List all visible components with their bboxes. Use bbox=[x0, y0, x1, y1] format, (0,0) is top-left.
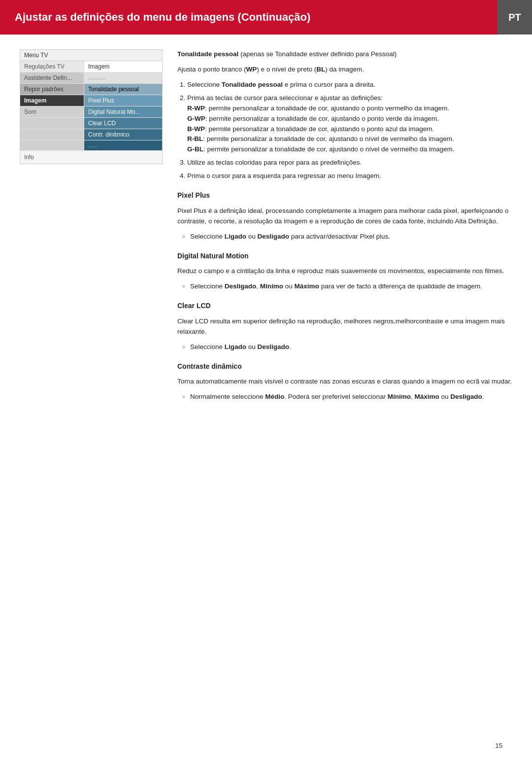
menu-left-empty1 bbox=[20, 118, 84, 129]
menu-right-dots2: ...... bbox=[84, 140, 162, 150]
menu-left-repor: Repor padrões bbox=[20, 84, 84, 95]
dnm-desc: Reduz o campo e a cintilação da linha e … bbox=[177, 266, 512, 277]
intro-rest: (apenas se Tonalidade estiver definido p… bbox=[240, 50, 397, 58]
menu-title: Menu TV bbox=[20, 50, 162, 61]
contrast-desc: Torna automaticamente mais visível o con… bbox=[177, 377, 512, 387]
tonalidade-pessoal-label: Tonalidade pessoal bbox=[177, 50, 238, 58]
clear-lcd-bullet: Seleccione Ligado ou Desligado. bbox=[182, 342, 512, 352]
pixel-plus-bullet: Seleccione Ligado ou Desligado para acti… bbox=[182, 232, 512, 242]
menu-row: Assistente Defin... ............ bbox=[20, 72, 162, 84]
step-1: Seleccione Tonalidade pessoal e prima o … bbox=[187, 80, 512, 90]
menu-info: Info bbox=[20, 151, 162, 164]
clear-lcd-bullets: Seleccione Ligado ou Desligado. bbox=[182, 342, 512, 352]
page-header: Ajustar as definições do menu de imagens… bbox=[0, 0, 532, 35]
menu-row: Clear LCD bbox=[20, 118, 162, 129]
contrast-bullet: Normalmente seleccione Médio. Poderá ser… bbox=[182, 392, 512, 402]
step-3: Utilize as teclas coloridas para repor p… bbox=[187, 158, 512, 168]
menu-right-tonalidade: Tonalidade pessoal bbox=[84, 84, 162, 95]
step-4: Prima o cursor para a esquerda para regr… bbox=[187, 171, 512, 181]
pixel-plus-desc: Pixel Plus é a definição ideal, processa… bbox=[177, 206, 512, 227]
menu-right-pixel-plus: Pixel Plus bbox=[84, 95, 162, 106]
menu-right-dots1: ............ bbox=[84, 72, 162, 83]
page-number: 15 bbox=[496, 742, 502, 749]
menu-right-clear-lcd: Clear LCD bbox=[84, 118, 162, 129]
content-panel: Tonalidade pessoal (apenas se Tonalidade… bbox=[177, 49, 512, 407]
menu-row: Repor padrões Tonalidade pessoal bbox=[20, 84, 162, 95]
main-content: Menu TV Regulações TV Imagem Assistente … bbox=[0, 49, 532, 407]
intro-desc: Ajusta o ponto branco (WP) e o nível de … bbox=[177, 65, 512, 75]
steps-list: Seleccione Tonalidade pessoal e prima o … bbox=[187, 80, 512, 181]
menu-panel: Menu TV Regulações TV Imagem Assistente … bbox=[20, 49, 163, 164]
menu-row: ...... bbox=[20, 140, 162, 151]
intro-paragraph: Tonalidade pessoal (apenas se Tonalidade… bbox=[177, 49, 512, 60]
menu-row: Imagem Pixel Plus bbox=[20, 95, 162, 106]
language-badge: PT bbox=[498, 0, 532, 35]
clear-lcd-title: Clear LCD bbox=[177, 301, 512, 312]
menu-right-contr-dinamico: Contr. dinâmico bbox=[84, 129, 162, 140]
contrast-title: Contraste dinâmico bbox=[177, 361, 512, 372]
menu-right-imagem: Imagem bbox=[84, 61, 162, 72]
step-2: Prima as teclas de cursor para seleccion… bbox=[187, 93, 512, 155]
menu-left-som: Som bbox=[20, 106, 84, 117]
menu-left-regulacoes: Regulações TV bbox=[20, 61, 84, 72]
header-title: Ajustar as definições do menu de imagens… bbox=[0, 0, 498, 35]
menu-right-dnm: Digital Natural Mo... bbox=[84, 106, 162, 117]
dnm-title: Digital Natural Motion bbox=[177, 251, 512, 262]
menu-row: Som Digital Natural Mo... bbox=[20, 106, 162, 118]
menu-left-imagem: Imagem bbox=[20, 95, 84, 106]
pixel-plus-bullets: Seleccione Ligado ou Desligado para acti… bbox=[182, 232, 512, 242]
menu-row: Regulações TV Imagem bbox=[20, 61, 162, 72]
clear-lcd-desc: Clear LCD resulta em superior definição … bbox=[177, 316, 512, 337]
menu-left-assistente: Assistente Defin... bbox=[20, 72, 84, 83]
pixel-plus-title: Pixel Plus bbox=[177, 190, 512, 201]
menu-left-empty2 bbox=[20, 129, 84, 140]
dnm-bullet: Seleccione Desligado, Mínimo ou Máximo p… bbox=[182, 281, 512, 292]
menu-row: Contr. dinâmico bbox=[20, 129, 162, 140]
dnm-bullets: Seleccione Desligado, Mínimo ou Máximo p… bbox=[182, 281, 512, 292]
contrast-bullets: Normalmente seleccione Médio. Poderá ser… bbox=[182, 392, 512, 402]
menu-left-empty3 bbox=[20, 140, 84, 150]
